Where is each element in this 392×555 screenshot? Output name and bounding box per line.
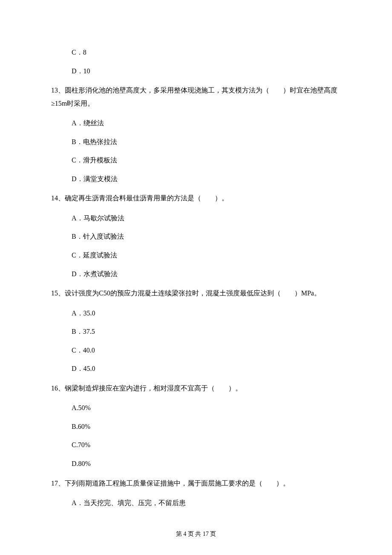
option-d: D．水煮试验法: [51, 269, 341, 280]
page-footer: 第 4 页 共 17 页: [0, 530, 392, 538]
option-c: C．40.0: [51, 345, 341, 356]
option-a: A．马歇尔试验法: [51, 213, 341, 224]
question-16: 16、钢梁制造焊接应在室内进行，相对湿度不宜高于（ ）。 A.50% B.60%…: [51, 382, 341, 469]
option-c: C．延度试验法: [51, 250, 341, 261]
option-c: C．滑升模板法: [51, 155, 341, 166]
option-a: A．35.0: [51, 308, 341, 319]
question-stem: 17、下列雨期道路工程施工质量保证措施中，属于面层施工要求的是（ ）。: [51, 477, 341, 490]
option-d: D.80%: [51, 458, 341, 469]
option-b: B．37.5: [51, 326, 341, 337]
option-a: A．绕丝法: [51, 118, 341, 129]
question-stem: 13、圆柱形消化池的池壁高度大，多采用整体现浇施工，其支模方法为（ ）时宜在池壁…: [51, 84, 341, 110]
option-c: C.70%: [51, 439, 341, 451]
option-b: B.60%: [51, 421, 341, 432]
question-14: 14、确定再生沥青混合料最佳沥青用量的方法是（ ）。 A．马歇尔试验法 B．针入…: [51, 192, 341, 279]
option-b: B．电热张拉法: [51, 136, 341, 147]
orphan-option-c: C．8: [51, 47, 341, 58]
option-d: D．满堂支模法: [51, 173, 341, 185]
option-a: A．当天挖完、填完、压完，不留后患: [51, 497, 341, 509]
option-a: A.50%: [51, 402, 341, 413]
question-13: 13、圆柱形消化池的池壁高度大，多采用整体现浇施工，其支模方法为（ ）时宜在池壁…: [51, 84, 341, 184]
question-stem: 16、钢梁制造焊接应在室内进行，相对湿度不宜高于（ ）。: [51, 382, 341, 395]
orphan-option-d: D．10: [51, 66, 341, 77]
question-17: 17、下列雨期道路工程施工质量保证措施中，属于面层施工要求的是（ ）。 A．当天…: [51, 477, 341, 509]
question-stem: 15、设计强度为C50的预应力混凝土连续梁张拉时，混凝土强度最低应达到（ ）MP…: [51, 287, 341, 300]
option-b: B．针入度试验法: [51, 231, 341, 242]
question-stem: 14、确定再生沥青混合料最佳沥青用量的方法是（ ）。: [51, 192, 341, 205]
option-d: D．45.0: [51, 363, 341, 374]
question-15: 15、设计强度为C50的预应力混凝土连续梁张拉时，混凝土强度最低应达到（ ）MP…: [51, 287, 341, 374]
